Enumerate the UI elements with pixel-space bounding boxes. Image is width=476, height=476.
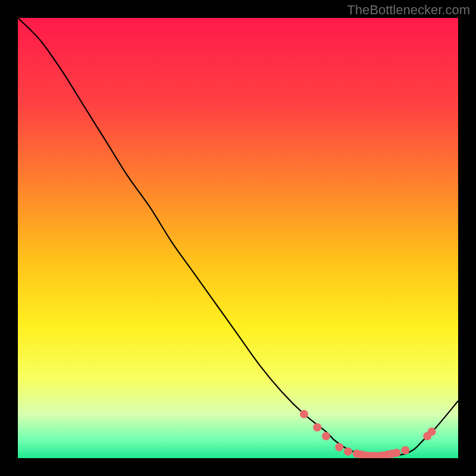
data-marker (428, 428, 436, 436)
data-marker (335, 443, 343, 452)
data-markers (18, 18, 458, 458)
data-marker (313, 423, 321, 431)
data-marker (392, 449, 400, 457)
watermark-text: TheBottlenecker.com (347, 2, 470, 18)
data-marker (300, 410, 308, 418)
data-marker (344, 447, 352, 456)
chart-container (18, 18, 458, 458)
data-marker (322, 432, 330, 440)
data-marker (401, 446, 409, 455)
